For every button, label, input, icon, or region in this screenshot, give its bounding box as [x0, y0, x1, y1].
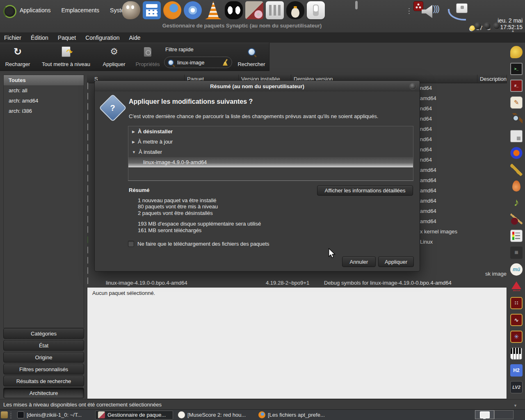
screenshot-icon[interactable] — [510, 130, 523, 142]
upgrade-all-button[interactable]: Tout mettre à niveau — [35, 45, 97, 68]
package-checkbox[interactable] — [87, 205, 88, 212]
taskbar-grip[interactable] — [10, 412, 11, 418]
column-header[interactable]: Description — [477, 75, 507, 83]
menubar-item[interactable]: Aide — [129, 34, 140, 41]
sidebar-view-button[interactable]: Résultats de recherche — [3, 376, 84, 386]
package-cd-icon[interactable] — [245, 1, 263, 19]
volume-icon[interactable]: ))) — [422, 3, 446, 20]
download-only-checkbox[interactable] — [128, 241, 134, 247]
sidebar-view-button[interactable]: État — [3, 340, 84, 351]
menubar-item[interactable]: Configuration — [85, 34, 119, 41]
sidebar-view-button[interactable]: Architecture — [3, 388, 84, 398]
dialog-titlebar[interactable]: Résumé (au nom du superutilisateur) — [95, 81, 420, 91]
package-checkbox[interactable] — [87, 226, 88, 233]
download-only-option[interactable]: Ne faire que le téléchargement des fichi… — [128, 241, 269, 247]
firefox-icon[interactable] — [163, 1, 181, 19]
package-checkbox[interactable] — [87, 257, 88, 264]
package-checkbox[interactable] — [87, 247, 88, 253]
headphones-icon[interactable] — [510, 147, 523, 159]
dock-scroll-arrow-icon[interactable]: ▼ — [514, 404, 517, 408]
clock-applet[interactable]: jeu. 2 mai 17:52:15 — [498, 17, 523, 30]
menubar-item[interactable]: Édition — [31, 34, 48, 41]
taskbar-window-button[interactable]: [Les fichiers apt_prefe... — [256, 411, 334, 420]
sidebar-view-button[interactable]: Filtres personnalisés — [3, 364, 84, 374]
package-checkbox[interactable] — [87, 267, 88, 274]
mixer-tool-icon[interactable] — [266, 1, 284, 19]
taskbar-window-button[interactable]: [MuseScore 2: red hou... — [176, 411, 253, 420]
sysmonitor-icon[interactable] — [355, 1, 358, 9]
package-checkbox[interactable] — [87, 93, 88, 100]
reload-button[interactable]: ↻ Recharger — [0, 45, 35, 68]
chromium-icon[interactable] — [184, 1, 202, 19]
panel-menu[interactable]: Applications — [20, 7, 51, 14]
musescore-icon[interactable]: mû — [510, 263, 523, 276]
distro-menu-icon[interactable] — [3, 5, 16, 18]
taskbar-window-button[interactable]: [denis@zikiii-1_0: ~/T... — [15, 411, 93, 420]
search-button[interactable]: Rechercher — [234, 45, 269, 68]
package-checkbox[interactable] — [87, 164, 88, 171]
patchbay-icon[interactable]: ∷ — [510, 297, 523, 309]
taskbar-window-button[interactable]: Gestionnaire de paque... — [95, 411, 173, 420]
menubar-item[interactable]: Fichier — [4, 34, 21, 41]
workspace-2[interactable] — [494, 410, 514, 419]
package-checkbox[interactable] — [87, 195, 88, 202]
piano-icon[interactable] — [510, 347, 523, 360]
cancel-button[interactable]: Annuler — [342, 256, 376, 267]
quill-icon[interactable] — [510, 164, 523, 176]
search-input[interactable] — [176, 59, 219, 66]
package-checkbox[interactable] — [87, 216, 88, 223]
filter-list-item[interactable]: arch: i386 — [4, 106, 84, 116]
package-checkbox[interactable] — [87, 236, 88, 243]
window-minimize-button[interactable] — [474, 22, 482, 30]
changes-tree-row[interactable]: À désinstaller — [128, 126, 413, 137]
gimp-icon[interactable] — [122, 1, 140, 19]
magnifier-icon[interactable] — [510, 113, 523, 126]
package-checkbox[interactable] — [87, 144, 88, 151]
mplayer-icon[interactable] — [225, 1, 243, 19]
hydrogen-icon[interactable]: H2 — [510, 364, 523, 377]
vlc-icon[interactable] — [204, 1, 222, 19]
qjackctl-icon[interactable]: ✳ — [510, 331, 523, 343]
filter-list-item[interactable]: arch: amd64 — [4, 96, 84, 106]
package-checkbox[interactable] — [87, 123, 88, 130]
window-close-button[interactable] — [493, 22, 500, 30]
package-checkbox[interactable] — [87, 113, 88, 120]
package-checkbox[interactable] — [87, 185, 88, 192]
taskbar-launcher-icon[interactable] — [1, 411, 8, 418]
midi-mixer-icon[interactable]: ≡ — [510, 247, 523, 259]
terminal-icon[interactable]: >_ — [510, 63, 523, 75]
menubar-item[interactable]: Paquet — [58, 34, 76, 41]
changes-tree-row[interactable]: À installer — [128, 147, 413, 157]
ink-drop-icon[interactable] — [512, 180, 520, 192]
sidebar-view-button[interactable]: Catégories — [3, 328, 84, 339]
package-checkbox[interactable] — [87, 134, 88, 141]
mixer-levels-icon[interactable] — [510, 230, 523, 242]
window-maximize-button[interactable] — [484, 22, 491, 30]
tuxguitar-icon[interactable] — [286, 1, 304, 19]
power-switch-icon[interactable] — [307, 1, 325, 19]
sidebar-view-button[interactable]: Origine — [3, 352, 84, 363]
workspace-1[interactable] — [475, 410, 494, 419]
root-terminal-icon[interactable]: #_ — [510, 80, 523, 92]
jack-cable-icon[interactable]: ∿ — [510, 314, 523, 326]
network-icon[interactable] — [448, 3, 469, 21]
filter-list-item[interactable]: Toutes — [4, 75, 84, 85]
package-checkbox[interactable] — [87, 103, 88, 110]
changes-tree-row[interactable]: linux-image-4.9.0-9-amd64 — [128, 157, 413, 167]
applet-grip[interactable] — [409, 7, 410, 14]
dialog-apply-button[interactable]: Appliquer — [378, 256, 414, 267]
package-checkbox[interactable] — [87, 82, 88, 89]
text-editor-icon[interactable]: ✎ — [510, 96, 523, 109]
panel-menu[interactable]: Emplacements — [62, 7, 100, 14]
guitar-icon[interactable] — [510, 213, 523, 225]
clear-filter-icon[interactable] — [222, 59, 228, 66]
ardour-icon[interactable]: ARDOUR — [510, 280, 523, 292]
package-row[interactable]: linux-image-4.19.0-0.bpo.4-amd64 4.19.28… — [87, 278, 507, 288]
changes-tree-row[interactable]: À mettre à jour — [128, 137, 413, 147]
package-checkbox[interactable] — [87, 175, 88, 182]
music-note-icon[interactable]: ♪ — [510, 196, 523, 208]
package-checkbox[interactable] — [87, 154, 88, 161]
quick-filter-field[interactable] — [164, 57, 232, 68]
show-details-button[interactable]: Afficher les informations détaillées — [317, 185, 413, 196]
apply-button[interactable]: ⚙ Appliquer — [97, 45, 131, 68]
